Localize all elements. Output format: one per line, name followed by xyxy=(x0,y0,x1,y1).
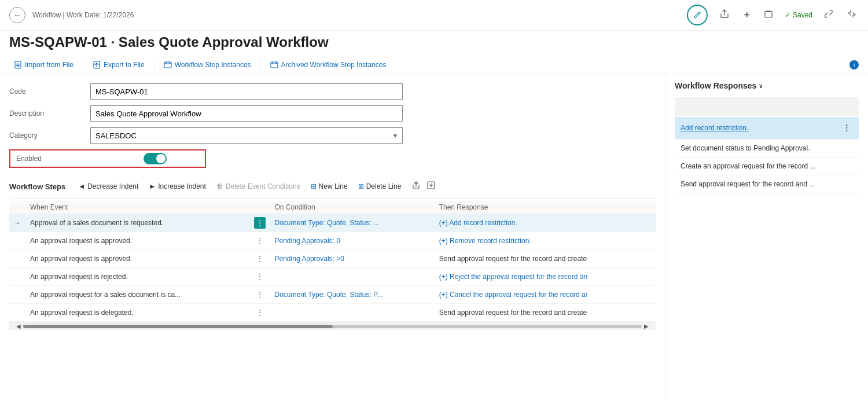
table-row[interactable]: An approval request is rejected.⋮(+) Rej… xyxy=(9,268,656,286)
response-item[interactable]: Send approval request for the record and… xyxy=(675,175,859,193)
table-row[interactable]: →Approval of a sales document is request… xyxy=(9,214,656,232)
ellipsis-icon[interactable]: ⋮ xyxy=(254,235,266,247)
response-item-text: Create an approval request for the recor… xyxy=(681,162,815,170)
decrease-indent-icon: ◄ xyxy=(78,182,85,190)
ellipsis-icon[interactable]: ⋮ xyxy=(254,307,266,318)
row-condition[interactable]: Pending Approvals: 0 xyxy=(270,232,435,250)
col-then-response: Then Response xyxy=(435,201,656,214)
response-empty-section xyxy=(675,97,859,116)
response-item-text: Set document status to Pending Approval. xyxy=(681,144,810,152)
row-when-event: An approval request is rejected. xyxy=(25,268,249,286)
row-condition[interactable] xyxy=(270,304,435,322)
delete-button[interactable] xyxy=(762,7,775,23)
archived-workflow-step-instances-button[interactable]: Archived Workflow Step Instances xyxy=(266,58,391,71)
scroll-thumb[interactable] xyxy=(23,325,333,328)
table-row[interactable]: An approval request is approved.⋮Pending… xyxy=(9,232,656,250)
description-label: Description xyxy=(9,109,90,118)
svg-rect-0 xyxy=(765,12,772,17)
increase-indent-icon: ► xyxy=(149,182,156,190)
category-row: Category SALESDOC ▼ xyxy=(9,127,656,144)
steps-title: Workflow Steps xyxy=(9,182,65,191)
ellipsis-icon[interactable]: ⋮ xyxy=(254,289,266,300)
new-line-button[interactable]: ⊞ New Line xyxy=(306,181,352,192)
expand-button[interactable] xyxy=(822,7,836,23)
row-condition[interactable]: Pending Approvals: >0 xyxy=(270,250,435,268)
response-value: (+) Cancel the approval request for the … xyxy=(439,291,588,299)
scroll-track[interactable] xyxy=(23,325,642,328)
toolbar: Import from File Export to File Workflow… xyxy=(0,56,868,74)
workflow-responses-title[interactable]: Workflow Responses ∨ xyxy=(675,81,859,90)
info-button[interactable]: i xyxy=(849,60,859,69)
response-item[interactable]: Create an approval request for the recor… xyxy=(675,157,859,175)
workflow-step-instances-button[interactable]: Workflow Step Instances xyxy=(159,58,256,71)
row-condition[interactable]: Document Type: Quote, Status: ... xyxy=(270,214,435,232)
ellipsis-icon[interactable]: ⋮ xyxy=(254,271,266,282)
svg-rect-4 xyxy=(271,62,278,68)
edit-button[interactable] xyxy=(687,5,708,25)
row-condition[interactable]: Document Type: Quote, Status: P... xyxy=(270,286,435,304)
ellipsis-icon[interactable]: ⋮ xyxy=(254,217,266,229)
ellipsis-icon[interactable]: ⋮ xyxy=(254,253,266,265)
import-file-button[interactable]: Import from File xyxy=(9,58,78,71)
row-when-event: Approval of a sales document is requeste… xyxy=(25,214,249,232)
col-when-event: When Event xyxy=(25,201,249,214)
delete-event-conditions-button[interactable]: 🗑 Delete Event Conditions xyxy=(212,181,305,192)
response-item[interactable]: Add record restriction.⋮ xyxy=(675,117,859,140)
scroll-right-arrow[interactable]: ▶ xyxy=(642,323,651,329)
breadcrumb: Workflow | Work Date: 1/22/2026 xyxy=(32,11,134,19)
row-dots-button[interactable]: ⋮ xyxy=(249,268,270,286)
back-button[interactable]: ← xyxy=(9,7,25,23)
table-row[interactable]: An approval request is approved.⋮Pending… xyxy=(9,250,656,268)
decrease-indent-button[interactable]: ◄ Decrease Indent xyxy=(73,181,143,192)
table-row[interactable]: An approval request is delegated.⋮Send a… xyxy=(9,304,656,322)
row-dots-button[interactable]: ⋮ xyxy=(249,286,270,304)
share-button[interactable] xyxy=(717,6,732,24)
row-dots-button[interactable]: ⋮ xyxy=(249,214,270,232)
condition-value[interactable]: Document Type: Quote, Status: P... xyxy=(275,291,383,299)
condition-value[interactable]: Pending Approvals: >0 xyxy=(275,255,344,263)
row-condition[interactable] xyxy=(270,268,435,286)
horizontal-scrollbar[interactable]: ◀ ▶ xyxy=(9,322,656,330)
page-title: MS-SQAPW-01 · Sales Quote Approval Workf… xyxy=(0,31,868,56)
row-arrow xyxy=(9,250,25,268)
scroll-left-arrow[interactable]: ◀ xyxy=(14,323,23,329)
new-line-icon: ⊞ xyxy=(311,182,317,190)
row-arrow: → xyxy=(9,214,25,232)
add-button[interactable]: + xyxy=(741,7,752,24)
category-select-wrapper: SALESDOC ▼ xyxy=(90,127,403,144)
row-response: (+) Add record restriction. xyxy=(435,214,656,232)
row-arrow xyxy=(9,304,25,322)
increase-indent-button[interactable]: ► Increase Indent xyxy=(144,181,211,192)
response-value: (+) Reject the approval request for the … xyxy=(439,273,587,281)
table-row[interactable]: An approval request for a sales document… xyxy=(9,286,656,304)
row-dots-button[interactable]: ⋮ xyxy=(249,304,270,322)
row-when-event: An approval request is approved. xyxy=(25,250,249,268)
steps-expand-icon[interactable] xyxy=(424,178,438,195)
response-value: Send approval request for the record and… xyxy=(439,255,587,263)
response-more-button[interactable]: ⋮ xyxy=(840,122,853,134)
response-value: Send approval request for the record and… xyxy=(439,309,587,317)
category-label: Category xyxy=(9,131,90,140)
enabled-toggle[interactable] xyxy=(144,153,167,164)
steps-share-icon[interactable] xyxy=(409,178,423,195)
delete-line-button[interactable]: ⊠ Delete Line xyxy=(354,181,406,192)
description-input[interactable] xyxy=(90,105,403,122)
condition-value[interactable]: Document Type: Quote, Status: ... xyxy=(275,219,380,227)
row-response: (+) Reject the approval request for the … xyxy=(435,268,656,286)
top-bar: ← Workflow | Work Date: 1/22/2026 + ✓ Sa… xyxy=(0,0,868,31)
response-item[interactable]: Set document status to Pending Approval. xyxy=(675,140,859,157)
enabled-highlight-box: Enabled xyxy=(9,149,206,168)
response-item-text[interactable]: Add record restriction. xyxy=(681,124,748,132)
row-response: (+) Remove record restriction. xyxy=(435,232,656,250)
row-when-event: An approval request for a sales document… xyxy=(25,286,249,304)
left-panel: Code Description Category SALESDOC ▼ Ena… xyxy=(0,74,665,399)
condition-value[interactable]: Pending Approvals: 0 xyxy=(275,237,340,245)
row-dots-button[interactable]: ⋮ xyxy=(249,250,270,268)
delete-icon: 🗑 xyxy=(216,182,223,190)
export-file-button[interactable]: Export to File xyxy=(88,58,149,71)
category-select[interactable]: SALESDOC xyxy=(90,127,403,144)
row-arrow xyxy=(9,286,25,304)
code-input[interactable] xyxy=(90,83,403,100)
row-dots-button[interactable]: ⋮ xyxy=(249,232,270,250)
shrink-button[interactable] xyxy=(845,7,859,23)
